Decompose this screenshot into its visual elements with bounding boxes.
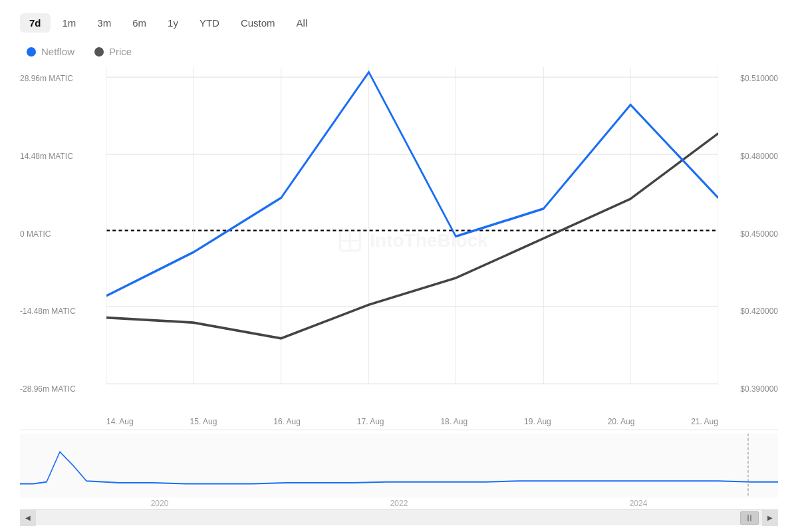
scroll-thumb-lines bbox=[747, 515, 751, 521]
mini-x-label-0: 2020 bbox=[151, 499, 169, 508]
mini-x-axis: 202020222024 bbox=[20, 497, 778, 509]
svg-rect-16 bbox=[20, 434, 778, 497]
main-chart-svg bbox=[106, 67, 718, 414]
time-btn-1y[interactable]: 1y bbox=[158, 13, 188, 33]
legend-item-netflow: Netflow bbox=[27, 46, 74, 57]
y-axis-left: 28.96m MATIC14.48m MATIC0 MATIC-14.48m M… bbox=[20, 67, 106, 414]
y-right-label-0: $0.510000 bbox=[740, 74, 778, 83]
mini-x-label-1: 2022 bbox=[390, 499, 408, 508]
time-btn-6m[interactable]: 6m bbox=[123, 13, 156, 33]
mini-x-label-2: 2024 bbox=[630, 499, 648, 508]
time-btn-all[interactable]: All bbox=[287, 13, 317, 33]
scroll-left-button[interactable]: ◀ bbox=[20, 510, 36, 526]
time-btn-custom[interactable]: Custom bbox=[231, 13, 285, 33]
mini-chart-svg bbox=[20, 434, 778, 497]
y-left-label-4: -28.96m MATIC bbox=[20, 384, 106, 394]
y-right-label-4: $0.390000 bbox=[740, 384, 778, 394]
main-container: 7d1m3m6m1yYTDCustomAll NetflowPrice 28.9… bbox=[0, 0, 798, 532]
scrollbar-area: ◀ ▶ bbox=[20, 509, 778, 525]
main-chart-wrapper: 28.96m MATIC14.48m MATIC0 MATIC-14.48m M… bbox=[20, 67, 778, 414]
legend-label-netflow: Netflow bbox=[41, 46, 74, 57]
time-btn-3m[interactable]: 3m bbox=[88, 13, 120, 33]
y-left-label-2: 0 MATIC bbox=[20, 229, 106, 239]
x-label-1: 15. Aug bbox=[190, 417, 217, 426]
x-label-7: 21. Aug bbox=[691, 417, 718, 426]
x-label-5: 19. Aug bbox=[524, 417, 551, 426]
y-right-label-1: $0.480000 bbox=[740, 152, 778, 161]
mini-chart-section: 202020222024 bbox=[20, 430, 778, 509]
legend-label-price: Price bbox=[109, 46, 132, 57]
time-btn-7d[interactable]: 7d bbox=[20, 13, 51, 33]
y-left-label-3: -14.48m MATIC bbox=[20, 307, 106, 316]
x-label-2: 16. Aug bbox=[273, 417, 301, 426]
y-left-label-1: 14.48m MATIC bbox=[20, 152, 106, 161]
chart-legend: NetflowPrice bbox=[27, 46, 778, 57]
scroll-thumb-line-1 bbox=[747, 515, 749, 521]
time-range-bar: 7d1m3m6m1yYTDCustomAll bbox=[20, 13, 778, 33]
x-axis: 14. Aug15. Aug16. Aug17. Aug18. Aug19. A… bbox=[20, 414, 778, 430]
chart-svg-container: IntoTheBlock bbox=[106, 67, 718, 414]
y-right-label-2: $0.450000 bbox=[740, 229, 778, 239]
time-btn-ytd[interactable]: YTD bbox=[190, 13, 229, 33]
scroll-thumb-line-2 bbox=[750, 515, 751, 521]
legend-item-price: Price bbox=[94, 46, 132, 57]
y-axis-right: $0.510000$0.480000$0.450000$0.420000$0.3… bbox=[718, 67, 778, 414]
scroll-thumb[interactable] bbox=[740, 511, 759, 525]
x-label-6: 20. Aug bbox=[608, 417, 635, 426]
x-label-4: 18. Aug bbox=[440, 417, 467, 426]
x-label-0: 14. Aug bbox=[106, 417, 134, 426]
scroll-right-button[interactable]: ▶ bbox=[762, 510, 778, 526]
legend-dot-price bbox=[94, 47, 104, 57]
y-right-label-3: $0.420000 bbox=[740, 307, 778, 316]
x-label-3: 17. Aug bbox=[357, 417, 384, 426]
y-left-label-0: 28.96m MATIC bbox=[20, 74, 106, 83]
time-btn-1m[interactable]: 1m bbox=[53, 13, 86, 33]
legend-dot-netflow bbox=[27, 47, 36, 57]
chart-area: 28.96m MATIC14.48m MATIC0 MATIC-14.48m M… bbox=[20, 67, 778, 525]
scroll-track bbox=[36, 510, 762, 525]
